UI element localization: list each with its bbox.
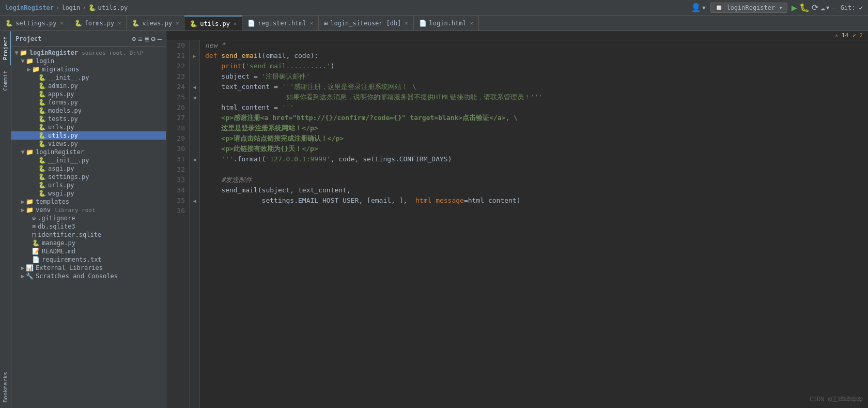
tree-item-label: loginRegister: [36, 148, 166, 156]
code-area[interactable]: 20 21 22 23 24 25 26 27 28 29 30 31 32 3…: [166, 40, 868, 408]
tree-item-label: admin.py: [48, 82, 166, 89]
tree-views-py[interactable]: ▶ 🐍 views.py: [11, 140, 166, 148]
code-content[interactable]: new * def send_email(email, code): print…: [200, 40, 868, 408]
tree-scratches[interactable]: ▶ 🔧 Scratches and Consoles: [11, 272, 166, 280]
more-button[interactable]: ☁▾: [820, 3, 830, 12]
top-bar: loginRegister › login › 🐍 utils.py 👤▾ 🔲 …: [0, 0, 868, 16]
tree-requirements-txt[interactable]: ▶ 📄 requirements.txt: [11, 255, 166, 264]
panel-tab-project[interactable]: Project: [0, 31, 11, 65]
tab-close[interactable]: ✕: [405, 20, 408, 26]
tab-utils-py[interactable]: 🐍 utils.py ✕: [184, 16, 242, 31]
sidebar-expand-btn[interactable]: ≡: [138, 35, 142, 43]
tree-item-label: utils.py: [48, 132, 166, 139]
tree-gitignore[interactable]: ▶ ⊙ .gitignore: [11, 214, 166, 222]
tree-wsgi-py[interactable]: ▶ 🐍 wsgi.py: [11, 189, 166, 198]
html-icon: 📄: [247, 20, 255, 27]
panel-tab-commit[interactable]: Commit: [0, 65, 11, 96]
py-icon: 🐍: [38, 99, 46, 106]
tab-close[interactable]: ✕: [60, 20, 63, 26]
tree-item-label: settings.py: [48, 173, 166, 180]
tab-label: register.html: [258, 20, 306, 27]
tree-init-py-lr[interactable]: ▶ 🐍 __init__.py: [11, 156, 166, 164]
sidebar-collapse-btn[interactable]: ≣: [145, 35, 149, 43]
panel-tab-bookmarks[interactable]: Bookmarks: [0, 367, 11, 408]
top-bar-right: 👤▾ 🔲 loginRegister ▾ ▶ 🐛 ⟳ ☁▾ — Git: ✔: [691, 2, 863, 13]
tab-login-db[interactable]: ⊞ login_siteuser [db] ✕: [319, 16, 414, 31]
tree-item-label: README.md: [42, 248, 166, 255]
code-line-33: #发送邮件: [205, 175, 863, 185]
tab-views-py[interactable]: 🐍 views.py ✕: [127, 16, 184, 31]
editor: ⚠ 14 ✔ 2 20 21 22 23 24 25 26 27 28 29 3…: [166, 31, 868, 408]
user-icon[interactable]: 👤▾: [691, 3, 706, 12]
tree-forms-py[interactable]: ▶ 🐍 forms.py: [11, 98, 166, 107]
sidebar-close-btn[interactable]: —: [158, 35, 162, 43]
tree-venv[interactable]: ▶ 📁 venv library root: [11, 206, 166, 214]
tree-models-py[interactable]: ▶ 🐍 models.py: [11, 107, 166, 115]
tree-item-label: venv library root: [36, 206, 166, 214]
tree-item-label: requirements.txt: [42, 256, 166, 263]
folder-icon: 📁: [20, 49, 27, 56]
tree-loginregister-folder[interactable]: ▼ 📁 loginRegister: [11, 148, 166, 156]
tab-close[interactable]: ✕: [176, 20, 179, 26]
tree-item-label: urls.py: [48, 182, 166, 189]
breadcrumb-project[interactable]: loginRegister: [5, 4, 54, 11]
py-icon: 🐍: [38, 124, 46, 131]
tree-settings-py[interactable]: ▶ 🐍 settings.py: [11, 173, 166, 181]
gutter: ▶ ◀ ◀ ◀ ◀: [190, 40, 200, 408]
project-dropdown[interactable]: 🔲 loginRegister ▾: [710, 3, 787, 13]
tree-admin-py[interactable]: ▶ 🐍 admin.py: [11, 82, 166, 90]
tree-item-label: migrations: [42, 66, 166, 73]
tab-settings-py[interactable]: 🐍 settings.py ✕: [0, 16, 69, 31]
minimize-button[interactable]: —: [832, 4, 836, 11]
error-count: ✔ 2: [853, 32, 863, 39]
tree-urls-py-lr[interactable]: ▶ 🐍 urls.py: [11, 181, 166, 189]
tab-forms-py[interactable]: 🐍 forms.py ✕: [69, 16, 127, 31]
tree-readme-md[interactable]: ▶ 📝 README.md: [11, 247, 166, 255]
db-icon: ⊞: [324, 20, 328, 27]
py-icon: 🐍: [38, 74, 46, 81]
breadcrumb: loginRegister › login › 🐍 utils.py: [5, 4, 128, 11]
scratches-icon: 🔧: [26, 273, 34, 280]
py-icon: 🐍: [38, 190, 46, 197]
tab-label: login_siteuser [db]: [330, 20, 401, 27]
py-icon: 🐍: [38, 82, 46, 89]
run-button[interactable]: ▶: [792, 2, 797, 13]
tree-manage-py[interactable]: ▶ 🐍 manage.py: [11, 239, 166, 247]
tree-external-libs[interactable]: ▶ 📊 External Libraries: [11, 264, 166, 272]
debug-button[interactable]: 🐛: [799, 3, 810, 12]
tree-utils-py[interactable]: ▶ 🐍 utils.py: [11, 131, 166, 140]
tree-tests-py[interactable]: ▶ 🐍 tests.py: [11, 115, 166, 123]
tree-urls-py-login[interactable]: ▶ 🐍 urls.py: [11, 123, 166, 131]
tree-migrations[interactable]: ▶ 📁 migrations: [11, 65, 166, 73]
coverage-button[interactable]: ⟳: [812, 3, 818, 12]
tree-init-py-login[interactable]: ▶ 🐍 __init__.py: [11, 73, 166, 82]
tree-item-label: .gitignore: [38, 215, 166, 222]
tree-db-sqlite3[interactable]: ▶ ≡ db.sqlite3: [11, 222, 166, 231]
breadcrumb-login[interactable]: login: [61, 4, 80, 11]
tab-register-html[interactable]: 📄 register.html ✕: [242, 16, 319, 31]
folder-icon: 📁: [26, 198, 34, 205]
html-icon: 📄: [419, 20, 427, 27]
py-icon: 🐍: [74, 20, 82, 27]
tab-bar: 🐍 settings.py ✕ 🐍 forms.py ✕ 🐍 views.py …: [0, 16, 868, 31]
tab-login-html[interactable]: 📄 login.html ✕: [414, 16, 479, 31]
tree-item-label: External Libraries: [36, 264, 166, 271]
sidebar-locate-btn[interactable]: ⊕: [132, 35, 136, 43]
tab-close[interactable]: ✕: [118, 20, 121, 26]
db-icon: □: [32, 231, 36, 238]
tree-asgi-py[interactable]: ▶ 🐍 asgi.py: [11, 164, 166, 173]
py-icon: 🐍: [38, 107, 46, 114]
tree-root-label: loginRegister sources root, D:\P: [29, 49, 166, 56]
tree-login-folder[interactable]: ▼ 📁 login: [11, 57, 166, 65]
tree-templates[interactable]: ▶ 📁 templates: [11, 198, 166, 206]
tree-apps-py[interactable]: ▶ 🐍 apps.py: [11, 90, 166, 98]
line-numbers: 20 21 22 23 24 25 26 27 28 29 30 31 32 3…: [166, 40, 190, 408]
sidebar-tree: ▼ 📁 loginRegister sources root, D:\P ▼ 📁…: [11, 47, 166, 408]
tab-close[interactable]: ✕: [234, 21, 237, 26]
tree-identifier-sqlite[interactable]: ▶ □ identifier.sqlite: [11, 231, 166, 239]
tree-root[interactable]: ▼ 📁 loginRegister sources root, D:\P: [11, 49, 166, 57]
tab-close[interactable]: ✕: [310, 20, 313, 26]
tab-close[interactable]: ✕: [470, 20, 473, 26]
tree-item-label: views.py: [48, 140, 166, 147]
sidebar-settings-btn[interactable]: ⚙: [151, 35, 155, 43]
